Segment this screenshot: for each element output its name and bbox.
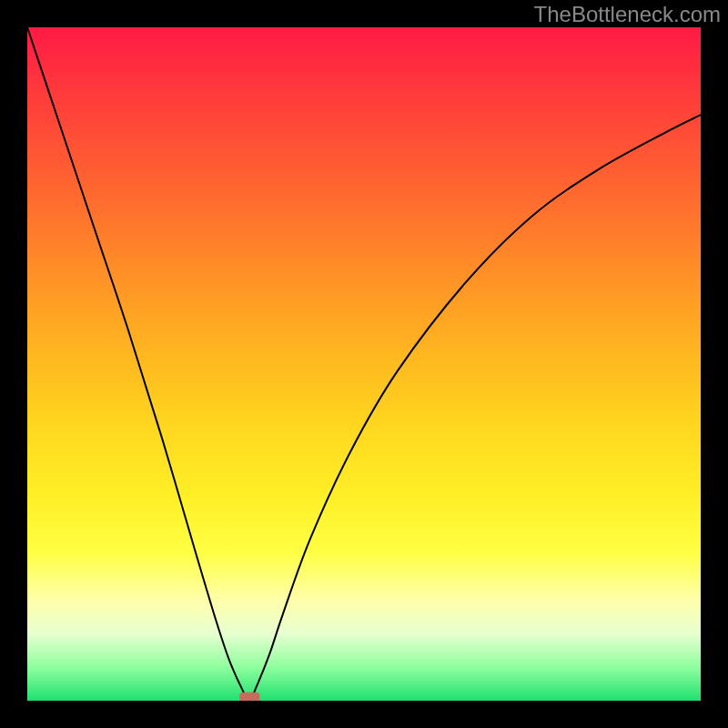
- watermark-text: TheBottleneck.com: [534, 2, 721, 27]
- chart-svg: [27, 27, 701, 701]
- vertex-marker: [239, 693, 259, 701]
- chart-plot-area: [27, 27, 701, 701]
- curve-line: [27, 27, 701, 701]
